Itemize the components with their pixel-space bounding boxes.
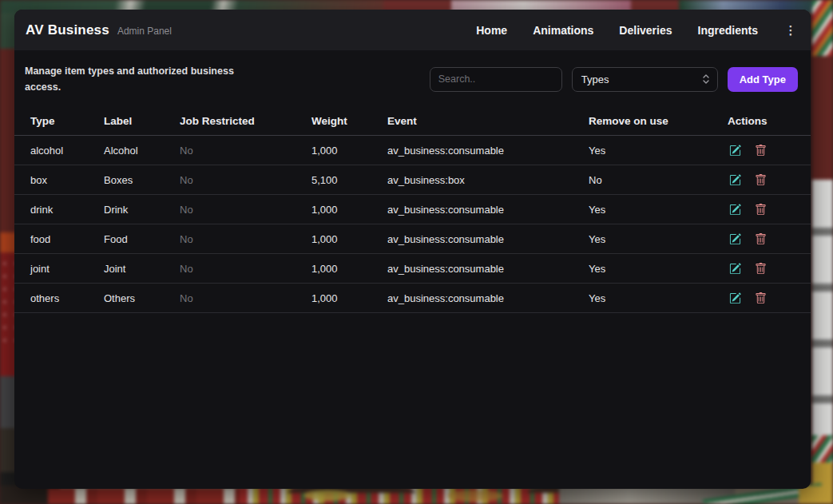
cell-event: av_business:consumable	[387, 292, 589, 304]
col-label: Label	[104, 115, 180, 127]
trash-icon[interactable]	[755, 145, 767, 157]
search-input[interactable]	[430, 67, 562, 92]
types-table: Type Label Job Restricted Weight Event R…	[14, 106, 811, 313]
row-actions	[728, 263, 799, 275]
trash-icon[interactable]	[755, 174, 767, 186]
row-actions	[728, 145, 799, 157]
cell-type: others	[30, 292, 104, 304]
trash-icon[interactable]	[755, 233, 767, 245]
col-actions: Actions	[728, 115, 799, 127]
cell-label: Boxes	[104, 174, 180, 186]
cell-type: box	[30, 174, 104, 186]
kebab-menu-icon[interactable]: ⋮	[783, 24, 798, 36]
cell-event: av_business:consumable	[387, 204, 589, 216]
col-type: Type	[30, 115, 104, 127]
toolbar-controls: Types Add Type	[430, 67, 798, 92]
cell-job-restricted: No	[180, 263, 311, 275]
cell-label: Drink	[104, 204, 180, 216]
table-body: alcohol Alcohol No 1,000 av_business:con…	[14, 136, 811, 313]
table-row: food Food No 1,000 av_business:consumabl…	[14, 224, 811, 254]
cell-type: food	[30, 233, 104, 245]
add-type-button[interactable]: Add Type	[728, 67, 798, 92]
trash-icon[interactable]	[755, 263, 767, 275]
col-event: Event	[387, 115, 589, 127]
nav-item-ingredients[interactable]: Ingredients	[698, 24, 758, 37]
table-row: drink Drink No 1,000 av_business:consuma…	[14, 195, 811, 224]
row-actions	[728, 292, 799, 304]
col-weight: Weight	[311, 115, 387, 127]
panel-header: AV Business Admin Panel Home Animations …	[14, 10, 811, 50]
cell-weight: 1,000	[311, 263, 387, 275]
brand: AV Business Admin Panel	[26, 22, 172, 38]
cell-event: av_business:consumable	[387, 145, 589, 157]
cell-weight: 1,000	[311, 204, 387, 216]
cell-remove-on-use: Yes	[589, 292, 728, 304]
main-nav: Home Animations Deliveries Ingredients ⋮	[476, 24, 798, 37]
cell-weight: 5,100	[311, 174, 387, 186]
cell-weight: 1,000	[311, 145, 387, 157]
table-row: box Boxes No 5,100 av_business:box No	[14, 165, 811, 195]
cell-remove-on-use: Yes	[589, 145, 728, 157]
edit-icon[interactable]	[729, 174, 741, 186]
edit-icon[interactable]	[729, 263, 741, 275]
cell-job-restricted: No	[180, 174, 311, 186]
trash-icon[interactable]	[755, 204, 767, 216]
table-row: alcohol Alcohol No 1,000 av_business:con…	[14, 136, 811, 165]
cell-weight: 1,000	[311, 233, 387, 245]
types-filter-value: Types	[581, 73, 609, 85]
edit-icon[interactable]	[729, 292, 741, 304]
cell-event: av_business:box	[387, 174, 589, 186]
page-description: Manage item types and authorized busines…	[25, 63, 260, 95]
toolbar: Manage item types and authorized busines…	[14, 50, 811, 103]
types-filter-select[interactable]: Types	[572, 67, 718, 92]
cell-type: joint	[30, 263, 104, 275]
cell-event: av_business:consumable	[387, 233, 589, 245]
trash-icon[interactable]	[755, 292, 767, 304]
cell-job-restricted: No	[180, 292, 311, 304]
cell-job-restricted: No	[180, 204, 311, 216]
cell-label: Joint	[104, 263, 180, 275]
chevron-up-down-icon	[702, 73, 710, 85]
cell-job-restricted: No	[180, 145, 311, 157]
table-row: others Others No 1,000 av_business:consu…	[14, 284, 811, 313]
cell-job-restricted: No	[180, 233, 311, 245]
edit-icon[interactable]	[729, 204, 741, 216]
nav-item-deliveries[interactable]: Deliveries	[619, 24, 672, 37]
cell-remove-on-use: No	[589, 174, 728, 186]
cell-label: Alcohol	[104, 145, 180, 157]
cell-type: alcohol	[30, 145, 104, 157]
cell-weight: 1,000	[311, 292, 387, 304]
col-remove-on-use: Remove on use	[589, 115, 728, 127]
edit-icon[interactable]	[729, 145, 741, 157]
nav-item-animations[interactable]: Animations	[533, 24, 593, 37]
table-row: joint Joint No 1,000 av_business:consuma…	[14, 254, 811, 284]
app-subtitle: Admin Panel	[117, 26, 172, 37]
edit-icon[interactable]	[729, 233, 741, 245]
cell-label: Food	[104, 233, 180, 245]
row-actions	[728, 233, 799, 245]
cell-event: av_business:consumable	[387, 263, 589, 275]
col-job-restricted: Job Restricted	[180, 115, 311, 127]
cell-remove-on-use: Yes	[589, 204, 728, 216]
row-actions	[728, 204, 799, 216]
nav-item-home[interactable]: Home	[476, 24, 507, 37]
table-header-row: Type Label Job Restricted Weight Event R…	[14, 106, 811, 136]
cell-remove-on-use: Yes	[589, 263, 728, 275]
cell-remove-on-use: Yes	[589, 233, 728, 245]
admin-panel: AV Business Admin Panel Home Animations …	[14, 10, 811, 489]
row-actions	[728, 174, 799, 186]
cell-type: drink	[30, 204, 104, 216]
cell-label: Others	[104, 292, 180, 304]
app-title: AV Business	[26, 22, 109, 38]
